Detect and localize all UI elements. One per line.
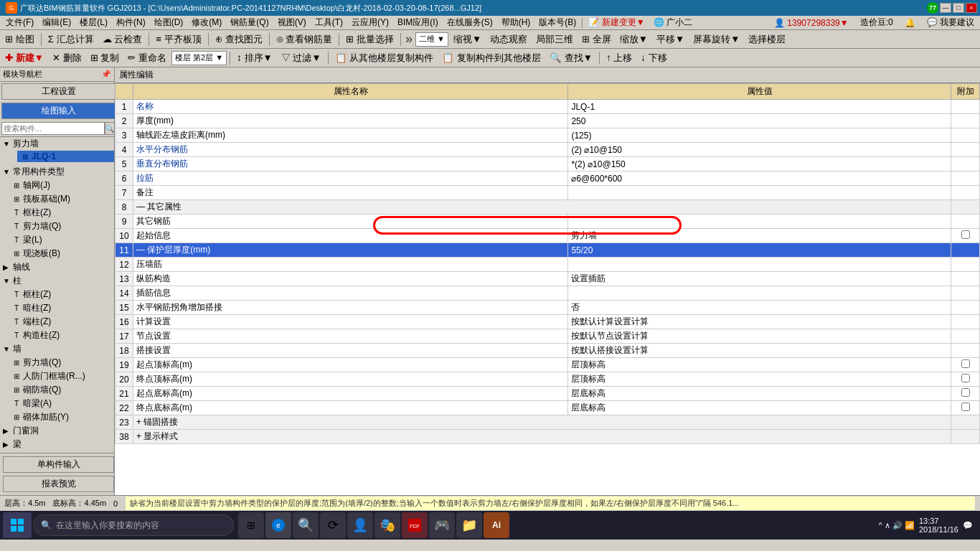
menu-new-change[interactable]: 📝 新建变更▼	[584, 16, 649, 29]
tree-raft[interactable]: ⊞ 筏板基础(M)	[9, 192, 114, 206]
nav-single-component[interactable]: 单构件输入	[3, 456, 114, 473]
zoom-btn[interactable]: 缩视▼	[450, 32, 485, 47]
menu-view[interactable]: 视图(V)	[273, 16, 311, 29]
menu-phone[interactable]: 👤 13907298339▼	[770, 17, 853, 29]
nav-project-settings[interactable]: 工程设置	[1, 83, 116, 100]
table-row-highlighted[interactable]: 11 — 保护层厚度(mm) 55/20	[116, 243, 980, 258]
find-comp-btn[interactable]: 🔍 查找▼	[546, 50, 596, 66]
taskbar-app-game[interactable]: 🎮	[429, 512, 455, 538]
tree-qiwall[interactable]: ⊞ 砌防墙(Q)	[9, 383, 114, 397]
prop-value[interactable]: *(2) ⌀10@150	[568, 157, 951, 171]
checkbox-cell[interactable]	[951, 229, 980, 243]
find-elem-btn[interactable]: ⊕ 查找图元	[212, 32, 266, 47]
prop-value[interactable]: 剪力墙	[568, 229, 951, 243]
menu-bim[interactable]: BIM应用(I)	[393, 16, 443, 29]
tree-dzhu[interactable]: T 端柱(Z)	[9, 315, 114, 329]
menu-edit[interactable]: 编辑(E)	[38, 16, 75, 29]
tree-qitijin[interactable]: ⊞ 砌体加筋(Y)	[9, 410, 114, 424]
prop-value[interactable]: 按默认节点设置计算	[568, 329, 951, 344]
copy-btn[interactable]: ⊞ 复制	[87, 50, 123, 66]
batch-select-btn[interactable]: ⊞ 批量选择	[342, 32, 397, 47]
menu-file[interactable]: 文件(F)	[1, 16, 38, 29]
pan-btn[interactable]: 平移▼	[653, 32, 688, 47]
tree-shear-wall-root[interactable]: ▼ 剪力墙	[0, 137, 114, 151]
menu-modify[interactable]: 修改(M)	[187, 16, 226, 29]
start-button[interactable]	[3, 512, 32, 538]
tree-anliang[interactable]: T 暗梁(A)	[9, 397, 114, 410]
section-label[interactable]: + 锚固搭接	[133, 415, 951, 430]
new-btn[interactable]: ✚ 新建▼	[1, 50, 47, 66]
row10-checkbox[interactable]	[961, 230, 970, 239]
prop-value[interactable]: 设置插筋	[568, 272, 951, 286]
menu-online[interactable]: 在线服务(S)	[443, 16, 497, 29]
row21-checkbox[interactable]	[961, 388, 970, 397]
tree-gzzhu[interactable]: T 构造柱(Z)	[9, 329, 114, 342]
prop-value-highlighted[interactable]: 55/20	[568, 243, 951, 258]
row19-checkbox[interactable]	[961, 359, 970, 368]
tree-rfwall[interactable]: ⊞ 人防门框墙(R...)	[9, 369, 114, 383]
prop-value[interactable]: 层顶标高	[568, 358, 951, 372]
taskbar-search-box[interactable]: 🔍 在这里输入你要搜索的内容	[33, 514, 234, 536]
tree-jlq-item[interactable]: ⊞ 剪力墙(Q)	[9, 356, 114, 369]
property-table-scroll[interactable]: 属性名称 属性值 附加 1 名称 JLQ-1 2	[115, 83, 980, 495]
menu-rebar[interactable]: 钢筋量(Q)	[226, 16, 273, 29]
tree-beam[interactable]: T 梁(L)	[9, 233, 114, 247]
filter-btn[interactable]: ▽ 过滤▼	[278, 50, 325, 66]
maximize-btn[interactable]: □	[953, 3, 964, 13]
calc-btn[interactable]: Σ 汇总计算	[44, 32, 98, 47]
screen-rotate-btn[interactable]: 屏幕旋转▼	[689, 32, 743, 47]
tree-axis[interactable]: ⊞ 轴网(J)	[9, 179, 114, 192]
menu-notification[interactable]: 🔔	[900, 17, 920, 29]
prop-value[interactable]	[568, 215, 951, 229]
prop-value[interactable]	[568, 186, 951, 200]
tree-wall-group[interactable]: ▼ 墙	[0, 342, 114, 356]
tray-notification[interactable]: 💬	[963, 521, 973, 530]
fullscreen-btn[interactable]: ⊞ 全屏	[578, 32, 615, 47]
prop-value[interactable]	[568, 286, 951, 301]
taskbar-app-search[interactable]: 🔍	[293, 512, 319, 538]
move-up-btn[interactable]: ↑ 上移	[603, 50, 636, 66]
rename-btn[interactable]: ✏ 重命名	[124, 50, 170, 66]
nav-report[interactable]: 报表预览	[3, 476, 114, 492]
taskbar-app-user[interactable]: 👤	[347, 512, 373, 538]
prop-value[interactable]: (125)	[568, 128, 951, 143]
taskbar-app-edge[interactable]: e	[265, 512, 291, 538]
prop-value[interactable]	[568, 258, 951, 272]
local-3d-btn[interactable]: 局部三维	[532, 32, 577, 47]
tree-col-group[interactable]: ▼ 柱	[0, 274, 114, 288]
prop-value[interactable]: 按默认计算设置计算	[568, 315, 951, 329]
level-top-btn[interactable]: ≡ 平齐板顶	[152, 32, 204, 47]
tree-azhu[interactable]: T 暗柱(Z)	[9, 301, 114, 315]
tree-jlq1[interactable]: ⊞ JLQ-1	[17, 151, 114, 162]
sort-btn[interactable]: ↕ 排序▼	[233, 50, 276, 66]
checkbox-cell[interactable]	[951, 358, 980, 372]
row20-checkbox[interactable]	[961, 374, 970, 382]
taskbar-app-refresh[interactable]: ⟳	[320, 512, 346, 538]
tree-common-types[interactable]: ▼ 常用构件类型	[0, 165, 114, 179]
move-down-btn[interactable]: ↓ 下移	[637, 50, 670, 66]
menu-version[interactable]: 版本号(B)	[534, 16, 580, 29]
menu-draw[interactable]: 绘图(D)	[150, 16, 188, 29]
close-btn[interactable]: ×	[966, 3, 977, 13]
tree-axis-group[interactable]: ▶ 轴线	[0, 260, 114, 274]
copy-from-floor-btn[interactable]: 📋 从其他楼层复制构件	[331, 50, 438, 66]
minimize-btn[interactable]: —	[940, 3, 951, 13]
prop-value[interactable]: 层底标高	[568, 401, 951, 415]
cloud-check-btn[interactable]: ☁ 云检查	[99, 32, 146, 47]
row22-checkbox[interactable]	[961, 402, 970, 411]
delete-btn[interactable]: ✕ 删除	[49, 50, 85, 66]
view-rebar-btn[interactable]: ⊙ 查看钢筋量	[273, 32, 336, 47]
select-floor-btn[interactable]: 选择楼层	[745, 32, 789, 47]
view-2d-dropdown[interactable]: 二维 ▼	[415, 32, 448, 47]
checkbox-cell[interactable]	[951, 401, 980, 415]
section-label[interactable]: + 显示样式	[133, 430, 951, 444]
dynamic-view-btn[interactable]: 动态观察	[486, 32, 531, 47]
prop-value[interactable]: 层底标高	[568, 387, 951, 401]
tree-slab[interactable]: ⊞ 现浇板(B)	[9, 247, 114, 260]
taskbar-app-pdf[interactable]: PDF	[402, 512, 428, 538]
menu-component[interactable]: 构件(N)	[112, 16, 150, 29]
draw-btn[interactable]: ⊞ 绘图	[1, 32, 38, 47]
taskbar-app-folder[interactable]: 📁	[456, 512, 482, 538]
nav-pin-icon[interactable]: 📌	[101, 70, 111, 79]
search-input[interactable]	[1, 122, 105, 135]
